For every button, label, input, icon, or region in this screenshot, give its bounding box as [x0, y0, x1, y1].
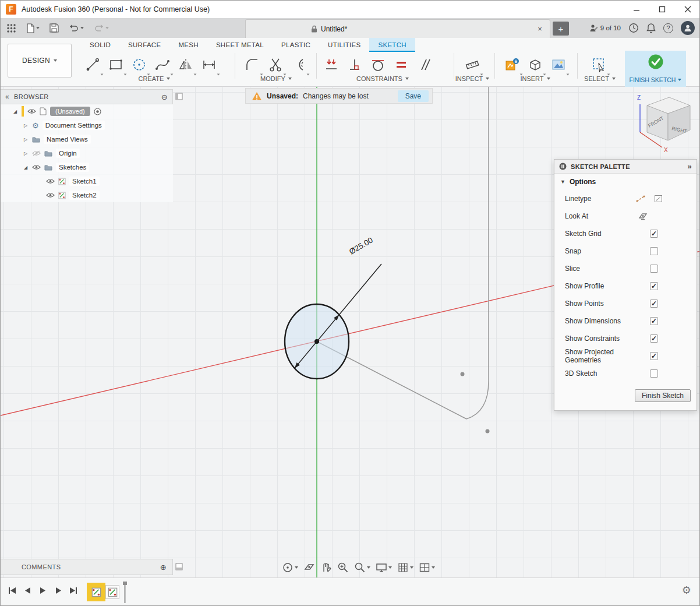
visibility-off-eye-icon[interactable] [32, 150, 41, 156]
create-group-dropdown[interactable]: CREATE [81, 75, 228, 82]
zoom-button[interactable] [335, 561, 351, 575]
snap-checkbox[interactable]: ✓ [650, 247, 658, 255]
3d-sketch-checkbox[interactable]: ✓ [650, 369, 658, 378]
look-at-icon[interactable] [638, 212, 648, 220]
browser-panel-handle-icon[interactable] [175, 93, 183, 100]
insert-group-dropdown[interactable]: INSERT [500, 75, 570, 82]
browser-minimize-icon[interactable]: ⊖ [161, 93, 168, 101]
viewports-button[interactable] [417, 561, 437, 575]
tree-node-named-views[interactable]: ▷ Named Views [1, 132, 173, 146]
job-status[interactable]: 9 of 10 [589, 24, 621, 33]
extension-clock-icon[interactable] [628, 23, 639, 33]
browser-collapse-icon[interactable]: « [5, 93, 9, 101]
add-comment-icon[interactable]: ⊕ [160, 563, 167, 572]
palette-handle-icon[interactable] [559, 163, 567, 170]
pan-button[interactable] [319, 561, 334, 575]
tree-node-label[interactable]: Sketch1 [69, 177, 100, 186]
spline-point[interactable] [461, 372, 465, 376]
new-tab-button[interactable]: + [553, 22, 569, 36]
save-button[interactable] [48, 22, 60, 34]
help-button[interactable]: ? [663, 23, 673, 33]
dimension-text[interactable]: Ø25.00 [348, 235, 374, 256]
tab-sheet-metal[interactable]: SHEET METAL [207, 38, 273, 52]
measure-tool-button[interactable] [461, 52, 484, 77]
tangent-constraint-button[interactable] [366, 52, 390, 77]
tree-node-sketches[interactable]: ◢ Sketches [1, 160, 173, 174]
orbit-button[interactable] [280, 561, 300, 575]
sketch-palette-header[interactable]: SKETCH PALETTE » [554, 160, 697, 174]
palette-finish-sketch-button[interactable]: Finish Sketch [635, 389, 691, 402]
workspace-selector[interactable]: DESIGN [8, 44, 72, 77]
palette-expand-icon[interactable]: » [687, 162, 692, 171]
visibility-eye-icon[interactable] [46, 178, 55, 184]
play-button[interactable] [38, 586, 48, 596]
slice-checkbox[interactable]: ✓ [650, 265, 658, 273]
tree-root-row[interactable]: ◢ (Unsaved) [1, 104, 173, 118]
circle-tool-button[interactable] [128, 52, 151, 77]
tab-utilities[interactable]: UTILITIES [319, 38, 369, 52]
tree-node-sketch1[interactable]: Sketch1 [1, 174, 173, 188]
insert-image-button[interactable] [547, 52, 570, 77]
tab-solid[interactable]: SOLID [81, 38, 119, 52]
visibility-eye-icon[interactable] [46, 192, 55, 198]
finish-sketch-button[interactable]: FINISH SKETCH [625, 51, 686, 87]
timeline-settings-gear-icon[interactable]: ⚙ [682, 584, 691, 597]
comments-bar[interactable]: COMMENTS ⊕ [1, 559, 173, 575]
sketch-grid-checkbox[interactable]: ✓ [650, 230, 658, 238]
inspect-group-dropdown[interactable]: INSPECT [446, 75, 499, 82]
coincident-constraint-button[interactable] [320, 52, 343, 77]
trim-tool-button[interactable] [264, 52, 287, 77]
rectangle-tool-button[interactable] [104, 52, 128, 77]
fit-button[interactable] [352, 561, 372, 575]
look-at-button[interactable] [302, 561, 317, 575]
perpendicular-constraint-button[interactable] [343, 52, 366, 77]
centerline-linetype-icon[interactable] [654, 195, 663, 203]
construction-linetype-icon[interactable] [635, 195, 646, 203]
tree-node-label[interactable]: Sketch2 [69, 191, 100, 200]
tab-surface[interactable]: SURFACE [119, 38, 169, 52]
tree-node-label[interactable]: Document Settings [43, 121, 105, 130]
options-section-header[interactable]: ▼ Options [554, 174, 697, 190]
tree-node-label[interactable]: Origin [56, 149, 80, 158]
show-projected-geometries-checkbox[interactable]: ✓ [650, 352, 658, 360]
maximize-button[interactable] [649, 1, 675, 18]
go-to-end-button[interactable] [68, 586, 78, 596]
twisty-icon[interactable]: ▷ [23, 123, 29, 128]
show-points-checkbox[interactable]: ✓ [650, 300, 658, 308]
document-tab[interactable]: Untitled* × [245, 19, 550, 38]
minimize-button[interactable] [624, 1, 649, 18]
insert-mesh-button[interactable] [524, 52, 547, 77]
twisty-icon[interactable]: ▷ [23, 151, 29, 156]
spline-point[interactable] [486, 429, 490, 434]
root-twisty-icon[interactable]: ◢ [12, 109, 18, 114]
timeline-sketch2-item[interactable] [105, 585, 119, 599]
activate-radio-icon[interactable] [94, 108, 101, 115]
file-menu-button[interactable] [25, 22, 41, 34]
view-cube[interactable]: FRONT RIGHT Z X [631, 88, 696, 157]
select-tool-button[interactable] [588, 52, 611, 77]
spline-tool-button[interactable] [151, 52, 174, 77]
constraints-group-dropdown[interactable]: CONSTRAINTS [320, 75, 446, 82]
timeline-sketch1-item[interactable] [89, 585, 103, 599]
timeline-position-marker[interactable] [122, 582, 129, 604]
mirror-tool-button[interactable] [174, 52, 197, 77]
close-window-button[interactable] [675, 1, 700, 18]
tab-close-button[interactable]: × [535, 24, 545, 33]
display-settings-button[interactable] [374, 561, 394, 575]
step-forward-button[interactable] [53, 586, 63, 596]
show-constraints-checkbox[interactable]: ✓ [650, 334, 658, 343]
visibility-eye-icon[interactable] [32, 164, 41, 170]
app-grid-icon[interactable] [5, 22, 17, 34]
grid-settings-button[interactable] [395, 561, 415, 575]
comments-panel-handle-icon[interactable] [175, 563, 183, 570]
tab-plastic[interactable]: PLASTIC [273, 38, 319, 52]
tree-node-label[interactable]: Sketches [56, 163, 89, 172]
user-avatar[interactable] [681, 21, 695, 35]
modify-group-dropdown[interactable]: MODIFY [239, 75, 313, 82]
undo-button[interactable] [68, 23, 85, 33]
dimension-tool-button[interactable] [197, 52, 221, 77]
equal-constraint-button[interactable] [390, 52, 413, 77]
twisty-icon[interactable]: ▷ [23, 137, 29, 142]
twisty-icon[interactable]: ◢ [23, 165, 29, 170]
tree-node-sketch2[interactable]: Sketch2 [1, 188, 173, 202]
